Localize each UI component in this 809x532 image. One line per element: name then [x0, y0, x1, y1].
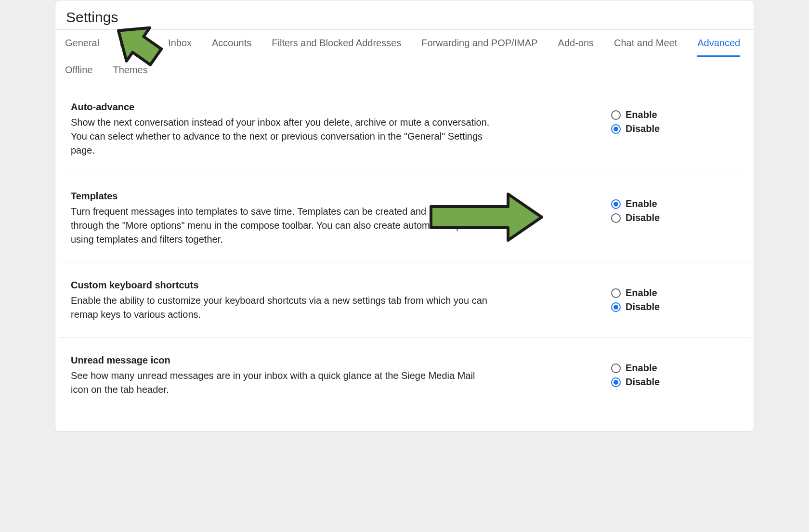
- tab-inbox[interactable]: Inbox: [168, 30, 192, 57]
- templates-disable-option[interactable]: Disable: [611, 212, 746, 223]
- option-label: Disable: [626, 376, 660, 388]
- tabs-bar: GeneralLabelsInboxAccountsFilters and Bl…: [55, 29, 754, 84]
- auto-advance-enable-option[interactable]: Enable: [611, 109, 746, 120]
- unread-message-icon-enable-option[interactable]: Enable: [611, 363, 746, 374]
- radio-icon: [611, 377, 621, 387]
- tab-addons[interactable]: Add-ons: [558, 30, 594, 57]
- settings-list: Auto-advanceShow the next conversation i…: [55, 84, 754, 431]
- setting-row-templates: TemplatesTurn frequent messages into tem…: [59, 173, 750, 262]
- option-label: Disable: [626, 301, 660, 312]
- setting-description: Enable the ability to customize your key…: [71, 294, 490, 322]
- tab-offline[interactable]: Offline: [65, 57, 92, 84]
- option-label: Disable: [626, 212, 660, 223]
- setting-text: Unread message iconSee how many unread m…: [71, 355, 490, 397]
- tab-themes[interactable]: Themes: [113, 57, 147, 84]
- tab-labels[interactable]: Labels: [119, 30, 148, 57]
- setting-title: Templates: [71, 191, 490, 202]
- tab-filters[interactable]: Filters and Blocked Addresses: [272, 30, 401, 57]
- tab-forwarding[interactable]: Forwarding and POP/IMAP: [421, 30, 537, 57]
- tab-accounts[interactable]: Accounts: [212, 30, 251, 57]
- setting-options: EnableDisable: [611, 280, 746, 315]
- custom-keyboard-shortcuts-enable-option[interactable]: Enable: [611, 287, 746, 298]
- setting-options: EnableDisable: [611, 102, 746, 137]
- setting-description: See how many unread messages are in your…: [71, 369, 490, 397]
- settings-page: Settings GeneralLabelsInboxAccountsFilte…: [55, 0, 754, 432]
- option-label: Enable: [626, 198, 657, 209]
- tab-chat[interactable]: Chat and Meet: [614, 30, 677, 57]
- setting-description: Show the next conversation instead of yo…: [71, 116, 490, 157]
- tab-advanced[interactable]: Advanced: [697, 30, 740, 57]
- setting-row-unread-message-icon: Unread message iconSee how many unread m…: [59, 337, 750, 412]
- setting-text: Auto-advanceShow the next conversation i…: [71, 102, 490, 157]
- option-label: Disable: [626, 123, 660, 134]
- option-label: Enable: [626, 287, 657, 298]
- page-title: Settings: [66, 9, 743, 26]
- unread-message-icon-disable-option[interactable]: Disable: [611, 376, 746, 388]
- auto-advance-disable-option[interactable]: Disable: [611, 123, 746, 134]
- setting-title: Auto-advance: [71, 102, 490, 113]
- setting-title: Unread message icon: [71, 355, 490, 366]
- radio-icon: [611, 110, 621, 120]
- setting-text: TemplatesTurn frequent messages into tem…: [71, 191, 490, 247]
- radio-icon: [611, 302, 621, 312]
- radio-icon: [611, 288, 621, 298]
- custom-keyboard-shortcuts-disable-option[interactable]: Disable: [611, 301, 746, 312]
- setting-title: Custom keyboard shortcuts: [71, 280, 490, 291]
- setting-options: EnableDisable: [611, 191, 746, 226]
- setting-description: Turn frequent messages into templates to…: [71, 205, 490, 247]
- radio-icon: [611, 213, 621, 223]
- settings-header: Settings: [55, 0, 754, 29]
- templates-enable-option[interactable]: Enable: [611, 198, 746, 209]
- setting-row-auto-advance: Auto-advanceShow the next conversation i…: [59, 84, 750, 173]
- tab-general[interactable]: General: [65, 30, 99, 57]
- option-label: Enable: [626, 109, 657, 120]
- radio-icon: [611, 124, 621, 134]
- setting-options: EnableDisable: [611, 355, 746, 390]
- radio-icon: [611, 363, 621, 373]
- option-label: Enable: [626, 363, 657, 374]
- setting-row-custom-keyboard-shortcuts: Custom keyboard shortcutsEnable the abil…: [59, 262, 750, 337]
- radio-icon: [611, 199, 621, 209]
- setting-text: Custom keyboard shortcutsEnable the abil…: [71, 280, 490, 322]
